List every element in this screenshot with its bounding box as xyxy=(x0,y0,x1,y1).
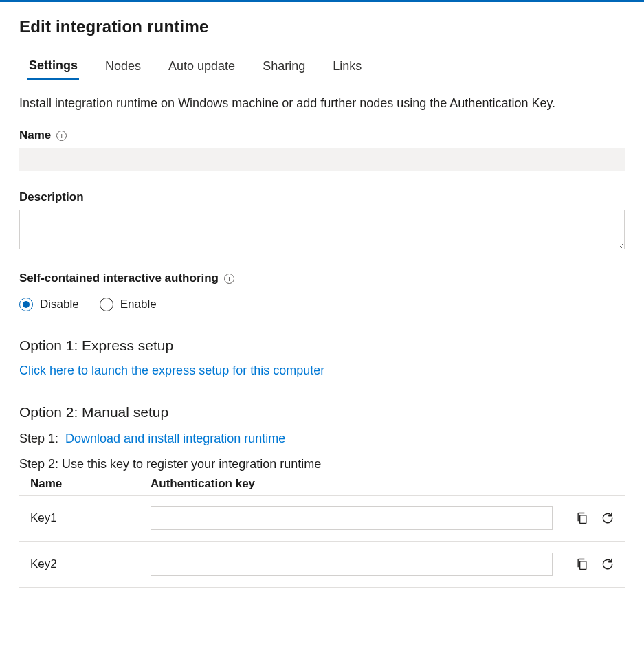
copy-icon[interactable] xyxy=(573,509,591,527)
refresh-icon[interactable] xyxy=(599,509,617,527)
option1-title: Option 1: Express setup xyxy=(19,337,625,354)
tab-links[interactable]: Links xyxy=(331,55,363,80)
radio-icon xyxy=(19,298,33,311)
tab-auto-update[interactable]: Auto update xyxy=(167,55,236,80)
name-label-row: Name i xyxy=(19,129,67,142)
radio-enable[interactable]: Enable xyxy=(100,298,157,311)
step2-text: Step 2: Use this key to register your in… xyxy=(19,457,625,471)
step1-prefix: Step 1: xyxy=(19,432,58,445)
key-name: Key2 xyxy=(19,542,140,588)
download-runtime-link[interactable]: Download and install integration runtime xyxy=(65,432,285,445)
copy-icon[interactable] xyxy=(573,555,591,573)
express-setup-link[interactable]: Click here to launch the express setup f… xyxy=(19,364,324,377)
table-row: Key2 xyxy=(19,542,625,588)
tab-settings[interactable]: Settings xyxy=(27,54,79,80)
tabs: Settings Nodes Auto update Sharing Links xyxy=(19,54,625,80)
page-title: Edit integration runtime xyxy=(19,17,625,36)
refresh-icon[interactable] xyxy=(599,555,617,573)
name-label: Name xyxy=(19,129,51,142)
tab-sharing[interactable]: Sharing xyxy=(261,55,307,80)
name-input[interactable] xyxy=(19,148,625,171)
svg-rect-0 xyxy=(580,515,586,524)
col-name: Name xyxy=(19,474,140,496)
radio-enable-label: Enable xyxy=(120,298,157,311)
radio-disable[interactable]: Disable xyxy=(19,298,79,311)
description-input[interactable] xyxy=(19,210,625,249)
info-icon[interactable]: i xyxy=(56,131,67,141)
auth-key-table: Name Authentication key Key1 xyxy=(19,474,625,588)
auth-key-input[interactable] xyxy=(151,553,553,576)
intro-text: Install integration runtime on Windows m… xyxy=(19,94,625,112)
selfhosted-label-row: Self-contained interactive authoring i xyxy=(19,271,234,285)
option2-title: Option 2: Manual setup xyxy=(19,404,625,421)
description-label: Description xyxy=(19,190,84,204)
tab-nodes[interactable]: Nodes xyxy=(104,55,142,80)
info-icon[interactable]: i xyxy=(224,274,234,284)
col-auth-key: Authentication key xyxy=(140,474,558,496)
auth-key-input[interactable] xyxy=(151,506,553,530)
svg-rect-1 xyxy=(580,561,586,570)
table-row: Key1 xyxy=(19,496,625,542)
radio-icon xyxy=(100,298,113,311)
key-name: Key1 xyxy=(19,496,140,542)
radio-disable-label: Disable xyxy=(40,298,79,311)
selfhosted-label: Self-contained interactive authoring xyxy=(19,271,219,285)
